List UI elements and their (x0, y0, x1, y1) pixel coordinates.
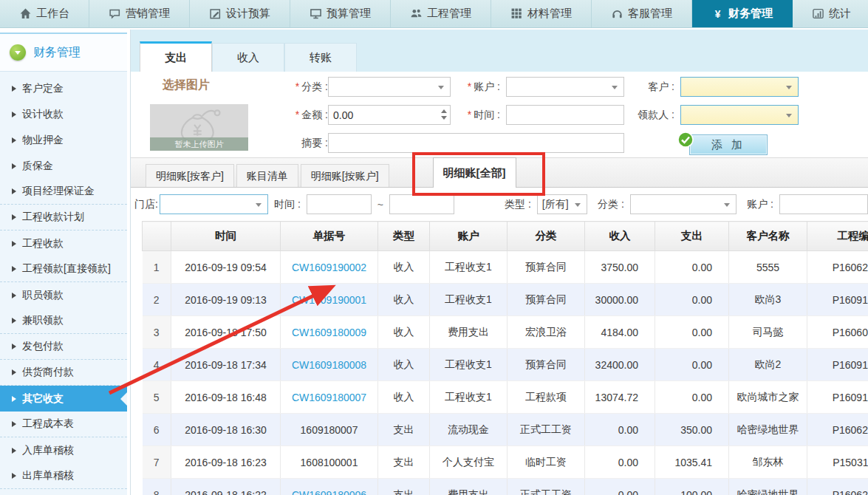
category-select[interactable] (328, 77, 451, 97)
triangle-right-icon (12, 421, 16, 427)
subtab-detail-by-account[interactable]: 明细账[按账户] (301, 164, 389, 187)
sidebar-item-project-cost-table[interactable]: 工程成本表 (0, 412, 127, 437)
subtab-detail-all[interactable]: 明细账[全部] (433, 157, 516, 188)
nav-item-workbench[interactable]: 工作台 (0, 0, 89, 27)
sidebar-item-design-collection[interactable]: 设计收款 (0, 101, 127, 127)
time-from-input[interactable] (307, 194, 372, 214)
nav-item-design-budget[interactable]: 设计预算 (190, 0, 290, 27)
sidebar-item-project-withdrawal-direct[interactable]: 工程领款[直接领款] (0, 256, 127, 282)
headset-icon (611, 7, 623, 20)
doc-number: 1608100001 (301, 457, 358, 468)
sidebar-item-project-collection[interactable]: 工程收款 (0, 231, 127, 256)
table-row[interactable]: 62016-09-18 16:301609180007支出流动现金正式工工资0.… (143, 414, 868, 446)
cell-project: P16060700 (807, 316, 868, 349)
table-row[interactable]: 12016-09-19 09:54CW1609190002收入工程收支1预算合同… (143, 251, 868, 284)
subtab-account-list[interactable]: 账目清单 (236, 164, 298, 187)
amount-label: *金额 : (271, 105, 328, 125)
cell-category: 正式工工资 (508, 414, 585, 446)
sidebar-item-outbound-audit[interactable]: 出库单稽核 (0, 463, 127, 489)
nav-item-materials[interactable]: 材料管理 (491, 0, 592, 27)
cell-time: 2016-09-18 17:34 (171, 349, 281, 381)
amount-input[interactable] (329, 106, 450, 124)
doc-number-link[interactable]: CW1609190001 (292, 294, 366, 306)
store-filter-select[interactable] (160, 194, 268, 214)
sidebar-item-label: 工程收款计划 (22, 211, 84, 224)
cell-customer: 5555 (729, 251, 807, 284)
doc-number-link[interactable]: CW1609180009 (292, 327, 366, 338)
table-row[interactable]: 42016-09-18 17:34CW1609180008收入工程收支1预算合同… (143, 349, 868, 381)
payee-select[interactable] (680, 105, 799, 125)
account-select[interactable] (506, 77, 624, 97)
cell-type: 支出 (378, 479, 430, 495)
image-upload-placeholder[interactable]: 暂未上传图片 (150, 104, 248, 151)
time-label: *时间 : (454, 105, 500, 125)
cell-expense: 1035.41 (655, 446, 729, 479)
table-row[interactable]: 82016-09-18 16:22CW1609180006支出费用支出正式工工资… (143, 479, 868, 495)
doc-number-link[interactable]: CW1609190002 (292, 262, 366, 273)
tab-income[interactable]: 收入 (212, 43, 284, 72)
cell-time: 2016-09-19 09:13 (171, 284, 281, 316)
cell-type: 收入 (378, 251, 430, 284)
cell-customer: 哈密绿地世界 (729, 414, 807, 446)
chart-icon (812, 7, 824, 20)
amount-spinner[interactable] (441, 109, 447, 120)
time-to-input[interactable] (389, 194, 454, 214)
nav-item-customer-service[interactable]: 客服管理 (592, 0, 692, 27)
nav-item-budget[interactable]: 预算管理 (290, 0, 391, 27)
nav-item-marketing[interactable]: 营销管理 (89, 0, 190, 27)
cell-account: 工程收支1 (430, 381, 508, 414)
triangle-right-icon (12, 241, 16, 247)
column-header-7: 支出 (655, 222, 729, 251)
triangle-right-icon (12, 214, 16, 220)
nav-item-label: 营销管理 (126, 7, 170, 21)
nav-item-finance[interactable]: ¥财务管理 (692, 0, 793, 27)
sidebar-item-property-deposit[interactable]: 物业押金 (0, 127, 127, 153)
sidebar-item-pm-guarantee[interactable]: 项目经理保证金 (0, 179, 127, 205)
table-row[interactable]: 72016-09-18 16:231608100001支出个人支付宝临时工资0.… (143, 446, 868, 479)
time-filter-label: 时间 : (274, 198, 301, 211)
sidebar-item-other-income-expense[interactable]: 其它收支 (0, 386, 127, 412)
add-button[interactable]: 添 加 (689, 134, 768, 155)
choose-image-button[interactable]: 选择图片 (163, 78, 210, 93)
sidebar-item-project-collection-plan[interactable]: 工程收款计划 (0, 205, 127, 231)
sidebar-item-label: 兼职领款 (22, 314, 64, 327)
cell-doc: CW1609180008 (281, 349, 378, 381)
cell-income: 3750.00 (585, 251, 655, 284)
subtab-detail-by-customer[interactable]: 明细账[按客户] (146, 164, 234, 187)
sidebar-item-staff-withdrawal[interactable]: 职员领款 (0, 282, 127, 308)
type-filter-select[interactable]: [所有] (537, 194, 587, 214)
store-filter-label: 门店: (134, 198, 158, 211)
sidebar-item-inbound-audit[interactable]: 入库单稽核 (0, 437, 127, 463)
module-badge-icon (10, 44, 26, 61)
sidebar-item-label: 设计收款 (22, 108, 64, 121)
account-filter-input[interactable] (779, 194, 868, 214)
doc-number-link[interactable]: CW1609180007 (292, 392, 366, 403)
table-row[interactable]: 22016-09-19 09:13CW1609190001收入工程收支1预算合同… (143, 284, 868, 316)
cell-type: 收入 (378, 349, 430, 381)
category-filter-select[interactable] (630, 194, 737, 214)
sidebar-item-label: 客户定金 (22, 82, 64, 95)
nav-item-statistics[interactable]: 统计 (793, 0, 868, 27)
customer-select[interactable] (680, 77, 799, 97)
sidebar-item-outsource-payment[interactable]: 发包付款 (0, 334, 127, 360)
cell-type: 收入 (378, 316, 430, 349)
cell-customer: 欧尚2 (729, 349, 807, 381)
table-row[interactable]: 52016-09-18 16:48CW1609180007收入工程收支1工程款项… (143, 381, 868, 414)
doc-number-link[interactable]: CW1609180008 (292, 359, 366, 371)
triangle-right-icon (12, 473, 16, 479)
tab-transfer[interactable]: 转账 (284, 43, 357, 72)
time-input[interactable] (506, 105, 624, 125)
sidebar-item-parttime-withdrawal[interactable]: 兼职领款 (0, 308, 127, 334)
sidebar-item-label: 供货商付款 (22, 366, 74, 379)
sidebar-item-warranty-retention[interactable]: 质保金 (0, 153, 127, 179)
nav-item-engineering[interactable]: 工程管理 (391, 0, 491, 27)
doc-number: 1609180007 (301, 424, 358, 436)
tab-expense[interactable]: 支出 (140, 41, 212, 72)
cell-time: 2016-09-18 16:48 (171, 381, 281, 414)
summary-input[interactable] (328, 133, 624, 153)
table-row[interactable]: 32016-09-18 17:50CW1609180009收入费用支出宏浪卫浴4… (143, 316, 868, 349)
cell-project: P16062100 (807, 251, 868, 284)
sidebar-item-customer-deposit[interactable]: 客户定金 (0, 75, 127, 101)
doc-number-link[interactable]: CW1609180006 (292, 489, 366, 495)
sidebar-item-supplier-payment[interactable]: 供货商付款 (0, 360, 127, 386)
